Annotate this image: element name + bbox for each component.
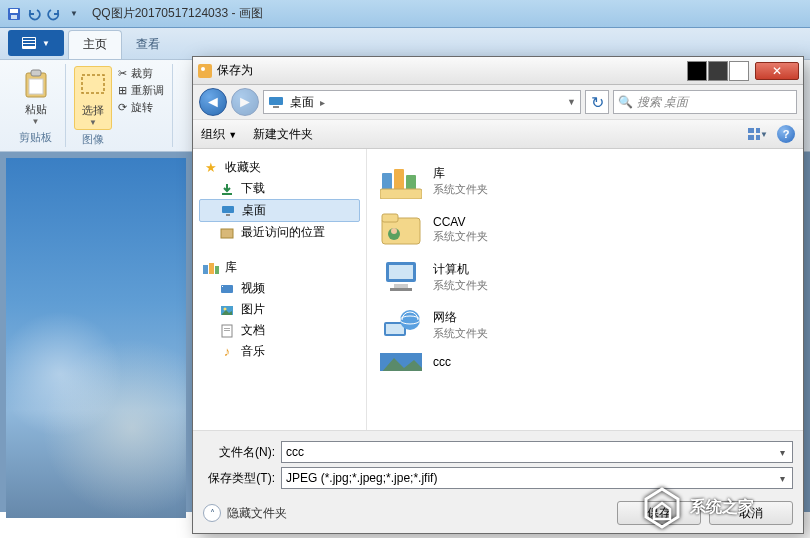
desktop-icon [268,94,284,110]
qat-dropdown-icon[interactable]: ▼ [66,6,82,22]
address-dropdown-icon[interactable]: ▼ [567,97,576,107]
nav-music[interactable]: ♪ 音乐 [199,341,360,362]
svg-point-47 [400,310,420,330]
breadcrumb-desktop[interactable]: 桌面 [284,92,320,113]
ribbon-group-clipboard: 粘贴 ▼ 剪贴板 [6,64,66,147]
select-icon [77,69,109,101]
svg-rect-17 [748,135,754,140]
filename-field[interactable] [286,445,777,459]
filetype-select[interactable]: JPEG (*.jpg;*.jpeg;*.jpe;*.jfif) ▾ [281,467,793,489]
svg-rect-23 [203,265,208,274]
libraries-header[interactable]: 库 [199,257,360,278]
nav-desktop[interactable]: 桌面 [199,199,360,222]
dialog-bottom: 文件名(N): ▾ 保存类型(T): JPEG (*.jpg;*.jpeg;*.… [193,430,803,533]
svg-rect-20 [222,206,234,213]
computer-icon [379,257,423,297]
filetype-label: 保存类型(T): [203,470,275,487]
address-bar[interactable]: 桌面 ▸ ▼ [263,90,581,114]
nav-back-button[interactable]: ◄ [199,88,227,116]
svg-rect-15 [748,128,754,133]
svg-rect-25 [215,266,219,274]
svg-rect-42 [389,265,413,279]
music-icon: ♪ [219,344,235,360]
list-item[interactable]: 计算机系统文件夹 [373,253,797,301]
star-icon: ★ [203,160,219,176]
help-button[interactable]: ? [777,125,795,143]
tab-view[interactable]: 查看 [122,31,174,59]
nav-pictures[interactable]: 图片 [199,299,360,320]
videos-icon [219,281,235,297]
list-item[interactable]: 网络系统文件夹 [373,301,797,349]
hide-folders-toggle[interactable]: ˄ 隐藏文件夹 [203,504,287,522]
user-folder-icon [379,209,423,249]
dialog-title-text: 保存为 [213,62,687,79]
list-item[interactable]: CCAV系统文件夹 [373,205,797,253]
svg-rect-1 [10,9,18,13]
nav-forward-button[interactable]: ► [231,88,259,116]
filename-label: 文件名(N): [203,444,275,461]
view-mode-button[interactable]: ▼ [747,125,769,143]
svg-rect-14 [273,106,279,108]
chevron-down-icon[interactable]: ▾ [777,473,788,484]
svg-rect-2 [11,15,17,19]
clipboard-icon [20,68,52,100]
svg-point-12 [201,67,205,71]
crop-button[interactable]: ✂裁剪 [118,66,164,81]
nav-videos[interactable]: 视频 [199,278,360,299]
desktop-icon [220,203,236,219]
resize-icon: ⊞ [118,84,127,97]
svg-rect-19 [222,193,232,195]
organize-button[interactable]: 组织 ▼ [201,126,237,143]
chevron-down-icon[interactable]: ▾ [777,447,788,458]
ribbon-group-image: 选择 ▼ 图像 ✂裁剪 ⊞重新调 ⟳旋转 [66,64,173,147]
new-folder-button[interactable]: 新建文件夹 [253,126,313,143]
file-list: 库系统文件夹 CCAV系统文件夹 计算机系统文件夹 网络系统文件夹 ccc [367,149,803,430]
search-icon: 🔍 [618,95,633,109]
list-item[interactable]: 库系统文件夹 [373,157,797,205]
nav-documents[interactable]: 文档 [199,320,360,341]
recent-icon [219,225,235,241]
svg-rect-22 [221,229,233,238]
nav-downloads[interactable]: 下载 [199,178,360,199]
svg-rect-46 [386,324,404,334]
cancel-button[interactable]: 取消 [709,501,793,525]
documents-icon [219,323,235,339]
search-input[interactable]: 🔍 搜索 桌面 [613,90,797,114]
qat-save-icon[interactable] [6,6,22,22]
svg-rect-27 [222,286,223,287]
chevron-down-icon: ▼ [228,130,237,140]
svg-rect-5 [23,41,35,43]
qat-redo-icon[interactable] [46,6,62,22]
svg-rect-44 [390,288,412,291]
rotate-button[interactable]: ⟳旋转 [118,100,164,115]
tab-home[interactable]: 主页 [68,30,122,59]
favorites-header[interactable]: ★ 收藏夹 [199,157,360,178]
filename-input[interactable]: ▾ [281,441,793,463]
refresh-icon: ↻ [591,93,604,112]
dialog-titlebar[interactable]: 保存为 ✕ [193,57,803,85]
svg-rect-21 [226,214,230,216]
svg-rect-31 [224,328,230,329]
close-button[interactable]: ✕ [755,62,799,80]
svg-rect-13 [269,97,283,105]
chevron-right-icon[interactable]: ▸ [320,97,325,108]
svg-rect-6 [23,44,35,46]
network-icon [379,305,423,345]
save-button[interactable]: 保存 [617,501,701,525]
rotate-icon: ⟳ [118,101,127,114]
refresh-button[interactable]: ↻ [585,90,609,114]
qat-undo-icon[interactable] [26,6,42,22]
search-placeholder: 搜索 桌面 [637,94,688,111]
svg-rect-10 [82,75,104,93]
resize-button[interactable]: ⊞重新调 [118,83,164,98]
address-row: ◄ ► 桌面 ▸ ▼ ↻ 🔍 搜索 桌面 [193,85,803,119]
list-item[interactable]: ccc [373,349,797,375]
paste-button[interactable]: 粘贴 ▼ [18,66,54,128]
select-button[interactable]: 选择 ▼ [74,66,112,130]
image-group-label: 图像 [82,132,104,147]
canvas-image[interactable] [6,158,186,518]
file-menu-button[interactable]: ▼ [8,30,64,56]
nav-recent[interactable]: 最近访问的位置 [199,222,360,243]
svg-rect-24 [209,263,214,274]
chevron-up-icon: ˄ [203,504,221,522]
